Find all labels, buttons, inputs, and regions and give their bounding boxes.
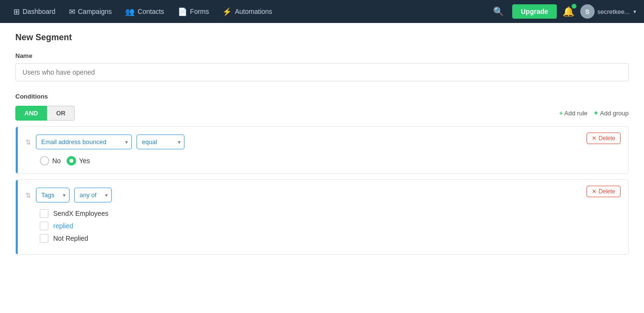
drag-handle-icon[interactable]: ⇅	[25, 138, 31, 146]
delete-label-1: Delete	[598, 135, 615, 142]
field-select-wrapper-1: Email address bounced	[36, 134, 132, 149]
nav-contacts[interactable]: 👥 Contacts	[119, 3, 170, 20]
field-select-2[interactable]: Tags	[36, 188, 69, 202]
automations-icon: ⚡	[222, 7, 232, 16]
nav-dashboard[interactable]: ⊞ Dashboard	[8, 3, 61, 20]
dashboard-icon: ⊞	[13, 7, 20, 16]
rule-left-bar	[16, 127, 18, 173]
delete-label-2: Delete	[598, 188, 615, 195]
nav-right: 🔍 Upgrade 🔔 S secretkee... ▾	[490, 3, 636, 20]
forms-icon: 📄	[178, 7, 187, 16]
radio-no-circle	[40, 156, 49, 166]
nav-automations[interactable]: ⚡ Automations	[217, 3, 278, 20]
radio-yes-label: Yes	[79, 157, 90, 165]
operator-select-wrapper-1: equal	[137, 134, 184, 149]
logic-buttons: AND OR	[15, 106, 75, 121]
field-select-wrapper-2: Tags	[36, 188, 69, 202]
rule-row-1: ⇅ Email address bounced equal No Yes	[15, 126, 629, 174]
add-group-link[interactable]: ✦ Add group	[593, 110, 629, 117]
segment-name-input[interactable]	[15, 63, 629, 81]
operator-select-1[interactable]: equal	[137, 134, 184, 149]
rule-left-bar-2	[16, 180, 18, 254]
nav-forms[interactable]: 📄 Forms	[172, 3, 215, 20]
operator-select-wrapper-2: any of	[74, 188, 112, 202]
user-name: secretkee...	[598, 8, 630, 15]
rule-row-fields: ⇅ Email address bounced equal	[25, 134, 619, 149]
nav-automations-label: Automations	[235, 8, 272, 15]
checkbox-replied[interactable]: replied	[40, 222, 619, 230]
plus-icon-2: ✦	[593, 110, 598, 117]
plus-icon: +	[559, 110, 563, 117]
avatar: S	[580, 4, 595, 19]
checkbox-sendx-employees[interactable]: SendX Employees	[40, 209, 619, 218]
search-button[interactable]: 🔍	[490, 3, 506, 20]
checkbox-not-replied-box	[40, 234, 48, 243]
nav-contacts-label: Contacts	[138, 8, 164, 15]
rule-row-fields-2: ⇅ Tags any of	[25, 188, 619, 202]
add-rule-label: Add rule	[564, 110, 587, 117]
user-menu[interactable]: S secretkee... ▾	[580, 4, 636, 19]
checkbox-not-replied[interactable]: Not Replied	[40, 234, 619, 243]
x-icon-2: ✕	[592, 188, 597, 195]
upgrade-button[interactable]: Upgrade	[512, 4, 557, 19]
checkbox-not-replied-label: Not Replied	[53, 235, 88, 242]
nav-campaigns-label: Campaigns	[78, 8, 112, 15]
radio-group-1: No Yes	[40, 156, 619, 166]
or-button[interactable]: OR	[47, 106, 75, 121]
operator-select-2[interactable]: any of	[74, 188, 112, 202]
rule-row-2: ⇅ Tags any of SendX Employees replied	[15, 179, 629, 255]
page-title: New Segment	[15, 33, 629, 43]
notifications-button[interactable]: 🔔	[563, 6, 575, 17]
field-select-1[interactable]: Email address bounced	[36, 134, 132, 149]
checkbox-replied-box	[40, 222, 48, 230]
checkbox-replied-label: replied	[53, 222, 73, 230]
notification-badge	[572, 4, 576, 9]
drag-handle-icon-2[interactable]: ⇅	[25, 191, 31, 199]
checkbox-sendx-box	[40, 209, 48, 218]
delete-rule-2-button[interactable]: ✕ Delete	[586, 186, 621, 197]
nav-items: ⊞ Dashboard ✉ Campaigns 👥 Contacts 📄 For…	[8, 3, 490, 20]
nav-campaigns[interactable]: ✉ Campaigns	[63, 3, 118, 20]
campaigns-icon: ✉	[69, 7, 75, 16]
nav-dashboard-label: Dashboard	[23, 8, 56, 15]
add-group-label: Add group	[600, 110, 629, 117]
x-icon: ✕	[592, 135, 597, 142]
delete-rule-1-button[interactable]: ✕ Delete	[586, 133, 621, 144]
conditions-label: Conditions	[15, 93, 629, 100]
top-navigation: ⊞ Dashboard ✉ Campaigns 👥 Contacts 📄 For…	[0, 0, 644, 23]
conditions-toolbar: AND OR + Add rule ✦ Add group	[15, 106, 629, 121]
and-button[interactable]: AND	[15, 106, 47, 121]
name-label: Name	[15, 52, 629, 59]
radio-yes[interactable]: Yes	[67, 156, 90, 166]
radio-no-label: No	[52, 157, 61, 165]
add-actions: + Add rule ✦ Add group	[559, 110, 629, 117]
checkbox-sendx-label: SendX Employees	[53, 210, 108, 217]
radio-yes-circle	[67, 156, 76, 166]
radio-no[interactable]: No	[40, 156, 61, 166]
checkbox-group-2: SendX Employees replied Not Replied	[40, 209, 619, 243]
contacts-icon: 👥	[125, 7, 135, 16]
page-content: New Segment Name Conditions AND OR + Add…	[0, 23, 644, 313]
chevron-down-icon: ▾	[633, 9, 636, 15]
nav-forms-label: Forms	[190, 8, 209, 15]
add-rule-link[interactable]: + Add rule	[559, 110, 587, 117]
